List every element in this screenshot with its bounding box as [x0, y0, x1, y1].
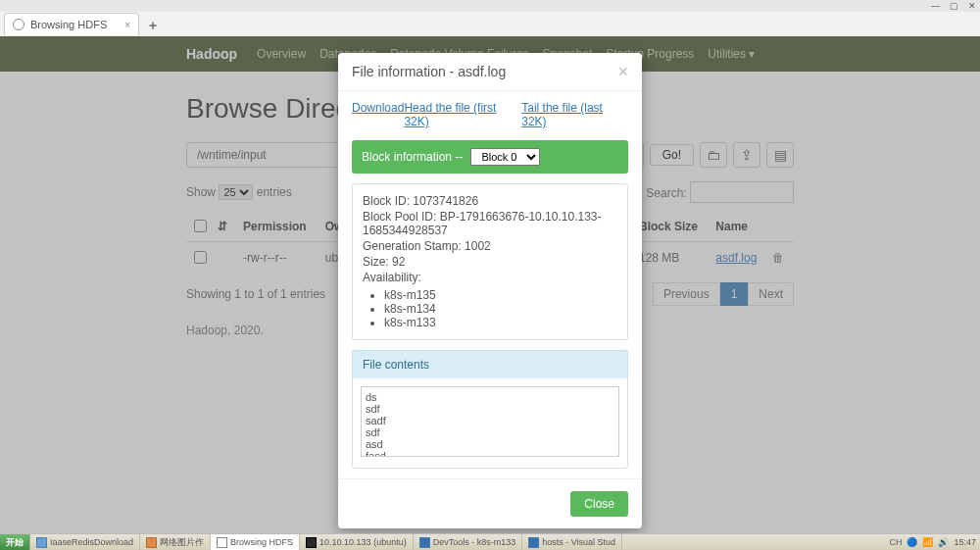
- block-detail-panel: Block ID: 1073741826 Block Pool ID: BP-1…: [352, 183, 628, 340]
- next-page[interactable]: Next: [748, 282, 794, 306]
- file-link[interactable]: asdf.log: [715, 251, 757, 265]
- show-entries: Show 25 entries: [186, 184, 292, 200]
- availability-label: Availability:: [363, 271, 617, 284]
- new-tab-button[interactable]: +: [143, 16, 163, 35]
- lang-indicator[interactable]: CH: [889, 537, 902, 547]
- select-all-checkbox[interactable]: [194, 220, 207, 232]
- devtools-icon: [419, 537, 430, 548]
- chrome-icon: [217, 537, 227, 548]
- download-link[interactable]: Download: [352, 101, 404, 128]
- col-bsize[interactable]: Block Size: [635, 211, 711, 242]
- list-item: k8s-m135: [384, 288, 617, 302]
- win-close-icon[interactable]: ✕: [968, 1, 976, 11]
- file-contents-panel: [352, 378, 628, 469]
- terminal-icon: [306, 537, 317, 548]
- block-size: Size: 92: [363, 255, 617, 269]
- list-item: k8s-m134: [384, 302, 617, 316]
- block-pool-id: Block Pool ID: BP-1791663676-10.10.10.13…: [363, 210, 617, 237]
- row-checkbox[interactable]: [194, 251, 207, 264]
- cell-permission: -rw-r--r--: [239, 242, 321, 274]
- sort-icon[interactable]: ⇵: [214, 211, 239, 242]
- taskbar-item[interactable]: 10.10.10.133 (ubuntu): [300, 534, 414, 550]
- close-button[interactable]: Close: [570, 491, 628, 517]
- favicon-icon: [13, 19, 24, 30]
- col-permission[interactable]: Permission: [239, 211, 321, 242]
- list-item: k8s-m133: [384, 316, 617, 329]
- file-info-modal: File information - asdf.log × Download H…: [338, 53, 642, 528]
- close-icon[interactable]: ×: [617, 65, 628, 78]
- table-info: Showing 1 to 1 of 1 entries: [186, 287, 325, 301]
- browser-tabstrip: Browsing HDFS × +: [0, 12, 980, 35]
- nav-overview[interactable]: Overview: [257, 47, 306, 61]
- entries-select[interactable]: 25: [219, 184, 253, 200]
- taskbar: 开始 IaaseRedisDownload 网络图片作 Browsing HDF…: [0, 533, 980, 550]
- tab-close-icon[interactable]: ×: [124, 20, 130, 30]
- modal-title: File information - asdf.log: [352, 64, 506, 79]
- tray-icon[interactable]: 📶: [922, 537, 933, 547]
- tray-icon[interactable]: 🔊: [938, 537, 949, 547]
- page-1[interactable]: 1: [720, 282, 749, 306]
- win-max-icon[interactable]: ▢: [950, 1, 958, 11]
- app-icon: [146, 537, 157, 548]
- search-input[interactable]: [690, 181, 794, 203]
- browser-tab[interactable]: Browsing HDFS ×: [4, 13, 139, 35]
- cell-bsize: 128 MB: [635, 242, 711, 274]
- block-info-bar: Block information -- Block 0: [352, 140, 628, 174]
- file-contents-text[interactable]: [361, 386, 619, 457]
- block-info-label: Block information --: [362, 150, 463, 164]
- system-tray: CH 🔵 📶 🔊 15:47: [885, 537, 980, 547]
- cut-icon[interactable]: ▤: [766, 142, 794, 168]
- taskbar-item[interactable]: 网络图片作: [140, 534, 211, 550]
- app-icon: [36, 537, 47, 548]
- trash-icon[interactable]: 🗑: [768, 242, 794, 274]
- tab-title: Browsing HDFS: [30, 19, 107, 30]
- taskbar-item[interactable]: hosts - Visual Stud: [522, 534, 622, 550]
- mkdir-icon[interactable]: 🗀: [700, 142, 727, 168]
- block-id: Block ID: 1073741826: [363, 194, 617, 208]
- window-frame-buttons: — ▢ ✕: [0, 0, 980, 12]
- prev-page[interactable]: Previous: [653, 282, 720, 306]
- brand[interactable]: Hadoop: [186, 46, 237, 62]
- availability-list: k8s-m135 k8s-m134 k8s-m133: [363, 288, 617, 329]
- win-min-icon[interactable]: —: [931, 1, 940, 11]
- taskbar-item[interactable]: Browsing HDFS: [211, 534, 300, 550]
- tray-icon[interactable]: 🔵: [906, 537, 917, 547]
- vscode-icon: [528, 537, 539, 548]
- search-box: Search:: [646, 181, 794, 203]
- generation-stamp: Generation Stamp: 1002: [363, 239, 617, 253]
- taskbar-item[interactable]: DevTools - k8s-m133: [414, 534, 523, 550]
- go-button[interactable]: Go!: [650, 144, 694, 166]
- taskbar-item[interactable]: IaaseRedisDownload: [30, 534, 140, 550]
- tail-link[interactable]: Tail the file (last 32K): [521, 101, 628, 128]
- head-link[interactable]: Head the file (first 32K): [404, 101, 521, 128]
- nav-utilities[interactable]: Utilities ▾: [708, 47, 755, 61]
- upload-icon[interactable]: ⇪: [733, 142, 760, 168]
- clock[interactable]: 15:47: [954, 537, 976, 547]
- file-contents-header: File contents: [352, 350, 628, 378]
- start-button[interactable]: 开始: [0, 534, 30, 550]
- col-name[interactable]: Name: [711, 211, 768, 242]
- block-select[interactable]: Block 0: [470, 148, 540, 166]
- pagination: Previous 1 Next: [653, 282, 794, 306]
